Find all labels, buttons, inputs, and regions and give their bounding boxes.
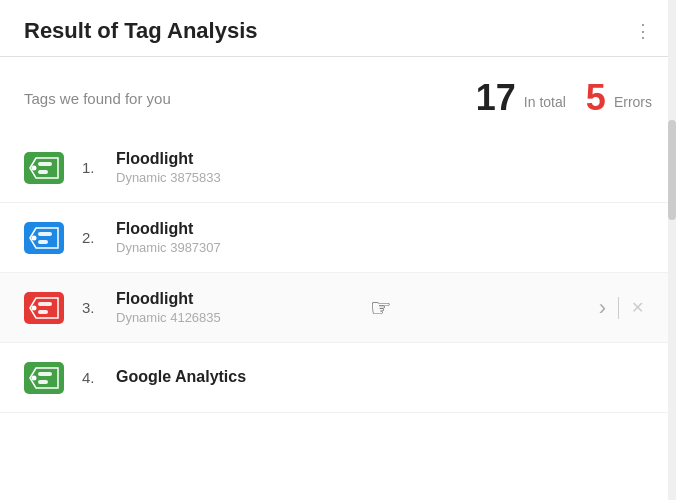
action-divider (618, 297, 619, 319)
tag-icon-1 (24, 152, 64, 184)
analytics-icon-green (26, 364, 62, 392)
svg-rect-12 (38, 302, 52, 306)
summary-label: Tags we found for you (24, 90, 476, 107)
floodlight-icon-blue (26, 224, 62, 252)
header: Result of Tag Analysis ⋮ (0, 0, 676, 57)
tag-number-3: 3. (82, 299, 106, 316)
floodlight-icon-red (26, 294, 62, 322)
tag-item[interactable]: 1. Floodlight Dynamic 3875833 (0, 133, 676, 203)
svg-rect-2 (38, 162, 52, 166)
tag-icon-4 (24, 362, 64, 394)
errors-count: 5 (586, 77, 606, 119)
svg-rect-7 (38, 232, 52, 236)
svg-point-19 (32, 375, 37, 380)
svg-point-4 (32, 165, 37, 170)
tag-sub-3: Dynamic 4126835 (116, 310, 591, 325)
tag-name-4: Google Analytics (116, 368, 652, 386)
svg-rect-13 (38, 310, 48, 314)
tag-name-3: Floodlight (116, 290, 591, 308)
main-container: Result of Tag Analysis ⋮ Tags we found f… (0, 0, 676, 500)
errors-label: Errors (614, 94, 652, 110)
floodlight-icon-green (26, 154, 62, 182)
tag-info-2: Floodlight Dynamic 3987307 (116, 220, 652, 255)
menu-icon[interactable]: ⋮ (634, 20, 652, 42)
tag-info-1: Floodlight Dynamic 3875833 (116, 150, 652, 185)
tag-info-3: Floodlight Dynamic 4126835 (116, 290, 591, 325)
tag-name-2: Floodlight (116, 220, 652, 238)
total-label: In total (524, 94, 566, 110)
tag-number-2: 2. (82, 229, 106, 246)
total-count: 17 (476, 77, 516, 119)
tag-list: 1. Floodlight Dynamic 3875833 2. Floodli… (0, 133, 676, 413)
tag-actions-3: › ✕ (591, 291, 652, 325)
tag-sub-1: Dynamic 3875833 (116, 170, 652, 185)
svg-point-9 (32, 235, 37, 240)
tag-info-4: Google Analytics (116, 368, 652, 388)
tag-item[interactable]: 4. Google Analytics (0, 343, 676, 413)
tag-icon-3 (24, 292, 64, 324)
tag-icon-2 (24, 222, 64, 254)
scrollbar[interactable] (668, 0, 676, 500)
svg-rect-8 (38, 240, 48, 244)
tag-name-1: Floodlight (116, 150, 652, 168)
summary-row: Tags we found for you 17 In total 5 Erro… (0, 57, 676, 133)
scrollbar-thumb[interactable] (668, 120, 676, 220)
svg-rect-18 (38, 380, 48, 384)
svg-rect-3 (38, 170, 48, 174)
tag-item[interactable]: 2. Floodlight Dynamic 3987307 (0, 203, 676, 273)
chevron-right-icon[interactable]: › (591, 291, 614, 325)
close-icon[interactable]: ✕ (623, 294, 652, 321)
tag-item-highlighted[interactable]: 3. Floodlight Dynamic 4126835 ☞ › ✕ (0, 273, 676, 343)
tag-number-4: 4. (82, 369, 106, 386)
page-title: Result of Tag Analysis (24, 18, 258, 44)
tag-sub-2: Dynamic 3987307 (116, 240, 652, 255)
svg-rect-17 (38, 372, 52, 376)
tag-number-1: 1. (82, 159, 106, 176)
svg-point-14 (32, 305, 37, 310)
